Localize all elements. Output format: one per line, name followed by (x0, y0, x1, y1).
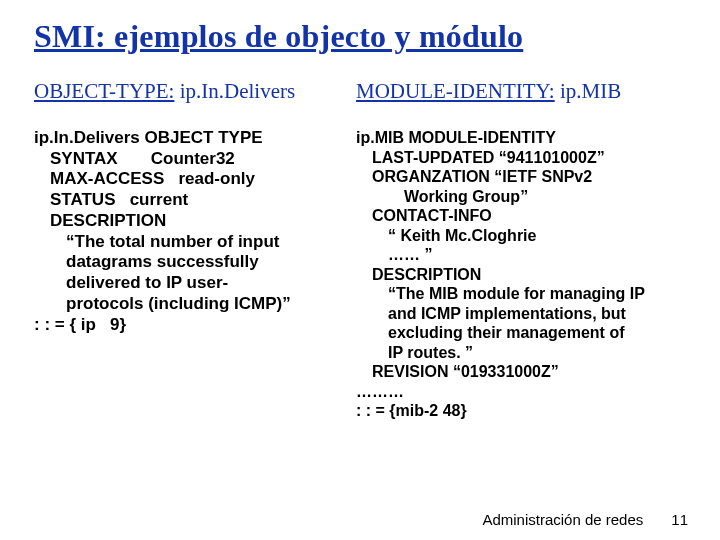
footer-label: Administración de redes (482, 511, 643, 528)
left-subhead-label: OBJECT-TYPE: (34, 79, 174, 103)
right-subhead-label: MODULE-IDENTITY: (356, 79, 555, 103)
right-subhead: MODULE-IDENTITY: ip.MIB (356, 79, 692, 104)
column-left: OBJECT-TYPE: ip.In.Delivers ip.In.Delive… (34, 79, 338, 421)
right-subhead-value: ip.MIB (555, 79, 622, 103)
footer-page-number: 11 (671, 511, 688, 528)
footer: Administración de redes11 (482, 511, 688, 528)
columns: OBJECT-TYPE: ip.In.Delivers ip.In.Delive… (34, 79, 692, 421)
slide: SMI: ejemplos de objecto y módulo OBJECT… (0, 0, 720, 540)
left-subhead-value: ip.In.Delivers (174, 79, 295, 103)
right-body: ip.MIB MODULE-IDENTITYLAST-UPDATED “9411… (356, 128, 692, 421)
page-title: SMI: ejemplos de objecto y módulo (34, 18, 692, 55)
left-body: ip.In.Delivers OBJECT TYPESYNTAX Counter… (34, 128, 338, 335)
left-subhead: OBJECT-TYPE: ip.In.Delivers (34, 79, 338, 104)
column-right: MODULE-IDENTITY: ip.MIB ip.MIB MODULE-ID… (356, 79, 692, 421)
